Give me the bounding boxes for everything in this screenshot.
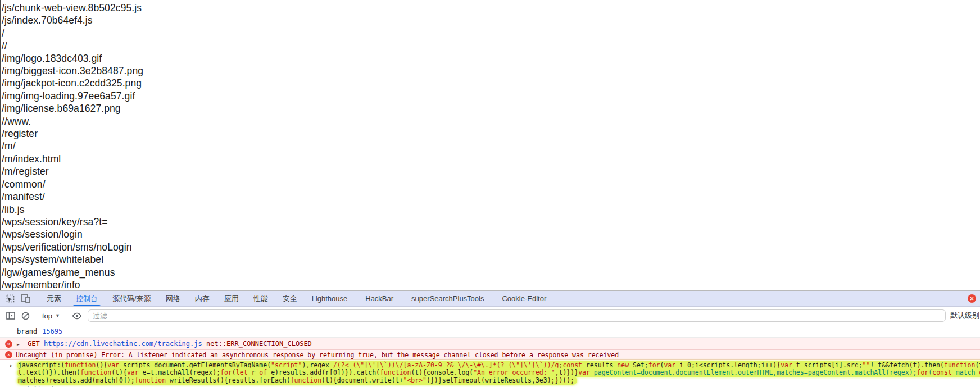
code-segment: function bbox=[65, 361, 96, 369]
error-icon: ✕ bbox=[5, 340, 12, 348]
separator bbox=[67, 313, 67, 322]
code-segment: )})}setTimeout(writeResults,3e3);})(); bbox=[427, 376, 574, 384]
devtools-tab[interactable]: 网络 bbox=[158, 291, 188, 306]
expand-caret-icon[interactable]: ▶ bbox=[17, 342, 20, 347]
code-segment: ,t)})} bbox=[555, 368, 579, 376]
separator bbox=[35, 313, 35, 322]
network-error-status: net::ERR_CONNECTION_CLOSED bbox=[206, 340, 312, 348]
devtools-tab[interactable]: Cookie-Editor bbox=[494, 291, 553, 306]
code-segment: e=t.matchAll(regex); bbox=[139, 368, 220, 376]
code-segment: ),regex= bbox=[302, 361, 333, 369]
console-info-row: brand15695 bbox=[0, 325, 980, 338]
url-path-line: /register bbox=[2, 128, 980, 140]
code-segment: "<br>" bbox=[403, 376, 427, 384]
devtools-tab[interactable]: 性能 bbox=[246, 291, 275, 306]
devtools-tabs: 元素控制台源代码/来源网络内存应用性能安全LighthouseHackBarsu… bbox=[39, 291, 553, 306]
code-segment: e)results.add(r[0])}).catch( bbox=[267, 368, 380, 376]
log-levels-dropdown[interactable]: 默认级别 bbox=[950, 311, 977, 321]
code-segment: match bbox=[952, 368, 979, 376]
page-content: /js/chunk-web-view.8b502c95.js/js/index.… bbox=[0, 0, 980, 290]
code-segment: for bbox=[648, 361, 660, 369]
code-segment: (t){document.write(t+ bbox=[321, 376, 403, 384]
devtools-panel: 元素控制台源代码/来源网络内存应用性能安全LighthouseHackBarsu… bbox=[0, 290, 980, 387]
url-path-line: /manifest/ bbox=[2, 190, 980, 203]
command-prompt-icon: › bbox=[8, 361, 13, 370]
console-filter-input[interactable] bbox=[93, 312, 941, 320]
devtools-tab[interactable]: superSearchPlusTools bbox=[404, 291, 491, 306]
separator bbox=[37, 294, 37, 303]
device-toolbar-icon[interactable] bbox=[18, 293, 33, 305]
code-segment: !=t&&fetch(t).then( bbox=[870, 361, 944, 369]
devtools-tab[interactable]: Lighthouse bbox=[305, 291, 355, 306]
code-segment: (){ bbox=[96, 361, 107, 369]
clear-console-icon[interactable] bbox=[18, 309, 33, 322]
url-path-line: /wps/session/key/rsa?t= bbox=[2, 216, 980, 228]
devtools-tab[interactable]: 安全 bbox=[275, 291, 305, 306]
devtools-tab[interactable]: 源代码/来源 bbox=[105, 291, 158, 306]
code-segment: Set; bbox=[629, 361, 648, 369]
url-path-line: /m/register bbox=[2, 165, 980, 177]
url-path-line: /wps/member/info bbox=[2, 279, 980, 290]
code-segment: var bbox=[664, 361, 675, 369]
url-path-line: /js/index.70b64ef4.js bbox=[2, 14, 980, 26]
log-number-value: 15695 bbox=[42, 327, 62, 335]
url-path-line: /img/img-loading.97ee6a57.gif bbox=[2, 90, 980, 102]
console-sidebar-icon[interactable] bbox=[3, 309, 18, 322]
devtools-tabbar: 元素控制台源代码/来源网络内存应用性能安全LighthouseHackBarsu… bbox=[0, 291, 980, 307]
code-segment: t=scripts[i].src; bbox=[792, 361, 863, 369]
inspect-element-icon[interactable] bbox=[3, 293, 18, 305]
console-promise-error-row: ✕ Uncaught (in promise) Error: A listene… bbox=[0, 349, 980, 360]
code-segment: ( bbox=[232, 368, 236, 376]
console-toolbar: top ▼ 默认级别 bbox=[0, 307, 980, 325]
devtools-tab[interactable]: 控制台 bbox=[69, 291, 105, 306]
log-label: brand bbox=[17, 327, 37, 335]
url-path-line: /common/ bbox=[2, 178, 980, 190]
url-path-line: /img/jackpot-icon.c2cdd325.png bbox=[2, 77, 980, 89]
command-code-line-3: matches)results.add(match[0]);function w… bbox=[17, 377, 980, 384]
console-return-value-row: <· undefined bbox=[0, 385, 980, 387]
url-path-line: /lgw/games/game_menus bbox=[2, 266, 980, 279]
code-segment: "An error occurred: " bbox=[473, 368, 555, 376]
code-segment: r bbox=[248, 368, 260, 376]
code-segment: "" bbox=[863, 361, 870, 369]
url-path-line: /wps/session/login bbox=[2, 228, 980, 240]
live-expression-eye-icon[interactable] bbox=[70, 309, 84, 322]
url-path-line: /m/ bbox=[2, 140, 980, 152]
code-segment: javascript:( bbox=[18, 361, 65, 369]
request-url-link[interactable]: https://cdn.livechatinc.com/tracking.js bbox=[44, 340, 202, 348]
url-path-line: /m/index.html bbox=[2, 153, 980, 165]
url-path-line: /img/license.b69a1627.png bbox=[2, 102, 980, 115]
code-segment: for bbox=[220, 368, 232, 376]
promise-error-text: Uncaught (in promise) Error: A listener … bbox=[16, 351, 619, 359]
code-segment: writeResults(){results.forEach( bbox=[166, 376, 291, 384]
code-segment: const bbox=[932, 368, 952, 376]
code-segment: function bbox=[380, 368, 411, 376]
devtools-tab[interactable]: HackBar bbox=[358, 291, 401, 306]
code-segment: scripts=document.getElementsByTagName( bbox=[119, 361, 271, 369]
console-filter-box bbox=[88, 309, 946, 322]
chevron-down-icon: ▼ bbox=[55, 313, 60, 318]
url-path-line: / bbox=[2, 27, 980, 39]
js-context-dropdown[interactable]: top ▼ bbox=[38, 312, 65, 320]
url-path-line: /wps/system/whitelabel bbox=[2, 253, 980, 266]
code-segment: of bbox=[259, 368, 267, 376]
devtools-tab[interactable]: 内存 bbox=[188, 291, 217, 306]
console-log: brand15695 ✕ ▶ GET https://cdn.livechati… bbox=[0, 325, 980, 387]
code-segment: var bbox=[578, 368, 590, 376]
request-method: GET bbox=[28, 340, 40, 348]
devtools-tab[interactable]: 应用 bbox=[217, 291, 246, 306]
code-segment: (t){ bbox=[975, 361, 980, 369]
code-segment: pageContent=document.documentElement.out… bbox=[590, 368, 917, 376]
url-path-line: /wps/verification/sms/noLogin bbox=[2, 241, 980, 253]
code-segment: (t){console.log( bbox=[411, 368, 473, 376]
code-segment: const bbox=[562, 361, 582, 369]
devtools-tab[interactable]: 元素 bbox=[39, 291, 69, 306]
code-segment: var bbox=[781, 361, 792, 369]
code-segment: new bbox=[617, 361, 629, 369]
url-path-line: /img/biggest-icon.3e2b8487.png bbox=[2, 65, 980, 77]
js-context-label: top bbox=[42, 312, 52, 320]
command-code-line-2: t.text()}).then(function(t){var e=t.matc… bbox=[17, 369, 980, 376]
error-count-badge[interactable]: ✕ bbox=[968, 294, 976, 303]
code-segment: var bbox=[127, 368, 139, 376]
tabbar-icons bbox=[0, 291, 34, 306]
